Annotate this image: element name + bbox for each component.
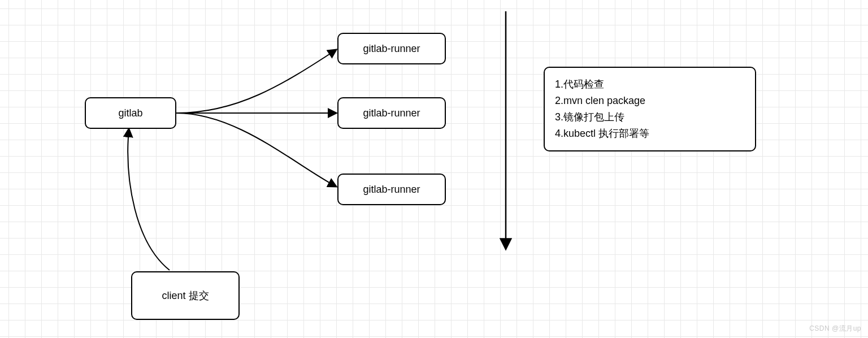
node-runner-1: gitlab-runner: [337, 33, 446, 64]
node-gitlab-label: gitlab: [118, 107, 142, 119]
step-1: 1.代码检查: [555, 76, 745, 93]
node-gitlab: gitlab: [85, 97, 176, 129]
edge-gitlab-to-runner3: [176, 113, 336, 187]
step-2: 2.mvn clen package: [555, 93, 745, 109]
steps-box: 1.代码检查 2.mvn clen package 3.镜像打包上传 4.kub…: [544, 67, 756, 151]
edge-client-to-gitlab: [128, 129, 170, 270]
node-runner-1-label: gitlab-runner: [363, 43, 420, 55]
node-runner-3: gitlab-runner: [337, 174, 446, 205]
watermark: CSDN @流月up: [809, 324, 861, 333]
node-runner-3-label: gitlab-runner: [363, 184, 420, 196]
edge-gitlab-to-runner1: [176, 50, 336, 113]
step-3: 3.镜像打包上传: [555, 109, 745, 125]
node-runner-2-label: gitlab-runner: [363, 107, 420, 119]
step-4: 4.kubectl 执行部署等: [555, 125, 745, 142]
node-client-label: client 提交: [162, 289, 209, 302]
node-client: client 提交: [131, 271, 240, 320]
node-runner-2: gitlab-runner: [337, 97, 446, 129]
